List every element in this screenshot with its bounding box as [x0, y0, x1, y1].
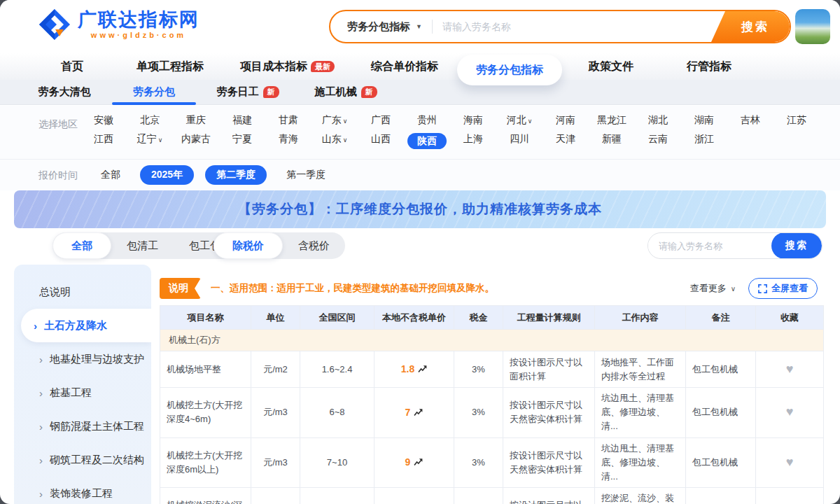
region-item[interactable]: 山东∨	[312, 133, 358, 149]
note-badge: 说明	[160, 278, 201, 299]
logo-subtitle: www·gldzb·com	[78, 31, 200, 39]
subnav-item[interactable]: 劳务日工新	[199, 80, 297, 105]
fullscreen-button[interactable]: 全屏查看	[748, 278, 818, 299]
region-item[interactable]: 海南	[450, 114, 496, 127]
chevron-down-icon: ∨	[528, 118, 533, 125]
region-item[interactable]: 重庆	[173, 114, 219, 127]
region-item[interactable]: 福建	[219, 114, 265, 127]
subnav-item[interactable]: 劳务分包	[109, 80, 199, 105]
favorite-icon[interactable]: ♥	[786, 455, 794, 469]
region-item[interactable]: 吉林	[727, 114, 774, 127]
nav-item[interactable]: 项目成本指标最新	[223, 53, 352, 80]
cell-project-name: 机械挖淤泥流沙(深度6m以内)	[160, 487, 251, 504]
sidebar-item[interactable]: ›装饰装修工程	[14, 477, 151, 504]
time-option[interactable]: 全部	[92, 166, 129, 184]
cell-unit: 元/m3	[251, 388, 300, 438]
chevron-right-icon: ›	[34, 320, 37, 332]
filter-option[interactable]: 包清工	[111, 232, 174, 259]
nav-item[interactable]: 劳务分包指标	[457, 55, 562, 85]
region-item[interactable]: 河南	[542, 114, 589, 127]
region-item[interactable]: 青海	[265, 133, 312, 149]
favorite-icon[interactable]: ♥	[786, 362, 794, 376]
filter-option[interactable]: 含税价	[283, 232, 345, 259]
avatar[interactable]	[795, 9, 830, 44]
region-item[interactable]: 四川	[496, 133, 542, 149]
search-category-label: 劳务分包指标	[347, 20, 410, 34]
cell-local-price[interactable]: 1.8	[374, 351, 454, 388]
nav-item[interactable]: 综合单价指标	[352, 53, 457, 80]
region-item[interactable]: 北京	[127, 114, 173, 127]
cell-unit: 元/m3	[251, 438, 300, 487]
region-item[interactable]: 河北∨	[496, 114, 542, 127]
region-item[interactable]: 广西	[358, 114, 404, 127]
view-more-button[interactable]: 查看更多 ∨	[690, 282, 736, 295]
sidebar-item[interactable]: ›钢筋混凝土主体工程	[14, 410, 151, 443]
sidebar-item[interactable]: ›地基处理与边坡支护	[14, 342, 151, 376]
region-item[interactable]: 上海	[450, 133, 496, 149]
list-search-button[interactable]: 搜索	[771, 232, 822, 259]
nav-item[interactable]: 单项工程指标	[118, 53, 223, 80]
sidebar-item[interactable]: ›砌筑工程及二次结构	[14, 443, 151, 477]
region-item[interactable]: 山西	[358, 133, 404, 149]
list-search-input[interactable]	[648, 241, 771, 251]
topbar: 广联达指标网 www·gldzb·com 劳务分包指标 ▼ 搜索	[0, 0, 840, 53]
region-item-label: 浙江	[694, 133, 714, 144]
cell-calc-rule: 按设计图示尺寸以天然密实体积计算	[503, 388, 595, 438]
table-row: 机械场地平整元/m21.6~2.41.83%按设计图示尺寸以面积计算场地推平、工…	[160, 351, 824, 388]
nav-item[interactable]: 政策文件	[562, 53, 660, 80]
region-item[interactable]: 安徽	[80, 114, 127, 127]
filter-option[interactable]: 除税价	[214, 232, 283, 259]
table-group-row: 机械土(石)方	[160, 330, 824, 351]
region-row-2: 江西辽宁∨内蒙古宁夏青海山东∨山西陕西上海四川天津新疆云南浙江	[0, 133, 840, 149]
time-filter-label: 报价时间	[38, 169, 78, 182]
cell-unit: 元/m2	[251, 351, 300, 388]
filter-option[interactable]: 全部	[52, 232, 111, 259]
region-item[interactable]: 辽宁∨	[127, 133, 173, 149]
nav-item[interactable]: 首页	[27, 53, 118, 80]
region-item[interactable]: 新疆	[589, 133, 635, 149]
time-option[interactable]: 2025年	[140, 165, 194, 185]
cell-local-price[interactable]: 7	[374, 388, 454, 438]
search-category-dropdown[interactable]: 劳务分包指标 ▼	[330, 20, 432, 34]
cell-national-range: 14~19	[300, 487, 374, 504]
trend-up-icon	[418, 364, 427, 374]
subnav-item[interactable]: 施工机械新	[297, 80, 395, 105]
region-item[interactable]: 湖北	[635, 114, 681, 127]
region-item[interactable]: 江西	[80, 133, 127, 149]
logo[interactable]: 广联达指标网 www·gldzb·com	[38, 8, 200, 41]
region-item[interactable]: 天津	[542, 133, 589, 149]
cell-tax: 3%	[454, 487, 503, 504]
subnav-item-label: 劳务分包	[133, 85, 175, 99]
time-option[interactable]: 第一季度	[278, 166, 334, 184]
time-option[interactable]: 第二季度	[205, 165, 267, 185]
cell-remark: 包工包机械	[686, 487, 756, 504]
cell-favorite: ♥	[756, 487, 824, 504]
region-item[interactable]: 贵州	[404, 114, 450, 127]
nav-item[interactable]: 行管指标	[660, 53, 758, 80]
region-item[interactable]: 云南	[635, 133, 681, 149]
chevron-down-icon: ∨	[731, 285, 736, 293]
region-item-label: 上海	[463, 133, 483, 144]
region-item[interactable]: 广东∨	[312, 114, 358, 127]
region-item[interactable]: 黑龙江	[589, 114, 635, 127]
subnav-item-label: 施工机械	[315, 85, 357, 99]
logo-title: 广联达指标网	[78, 10, 200, 29]
subnav-item[interactable]: 劳务大清包	[20, 80, 109, 105]
region-item[interactable]: 陕西	[404, 133, 450, 149]
sidebar-item[interactable]: 总说明	[14, 275, 151, 309]
cell-unit: 元/m3	[251, 487, 300, 504]
cell-local-price[interactable]: 9	[374, 438, 454, 487]
region-item[interactable]: 内蒙古	[173, 133, 219, 149]
nav-item-label: 首页	[61, 59, 83, 74]
region-item[interactable]: 甘肃	[265, 114, 312, 127]
sidebar-item[interactable]: ›土石方及降水	[21, 309, 151, 342]
cell-local-price[interactable]: 15	[374, 487, 454, 504]
favorite-icon[interactable]: ♥	[786, 405, 794, 419]
region-item[interactable]: 宁夏	[219, 133, 265, 149]
region-item[interactable]: 江苏	[774, 114, 820, 127]
cell-tax: 3%	[454, 438, 503, 487]
region-item[interactable]: 浙江	[681, 133, 727, 149]
region-item[interactable]: 湖南	[681, 114, 727, 127]
price-value: 7	[405, 407, 411, 418]
sidebar-item[interactable]: ›桩基工程	[14, 376, 151, 410]
